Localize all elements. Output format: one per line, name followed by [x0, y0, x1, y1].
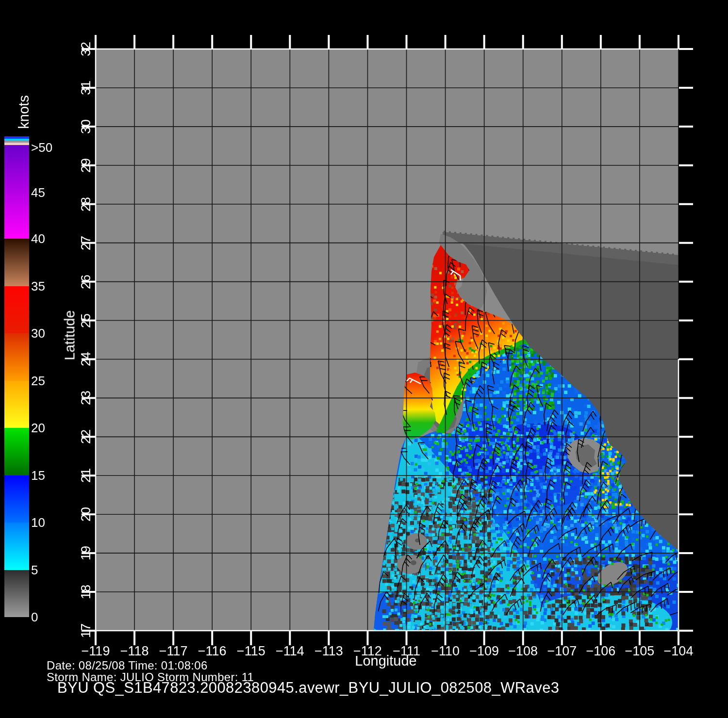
x-tick-label: −112 — [353, 644, 382, 659]
y-tick-label: 19 — [79, 546, 94, 560]
x-tick-label: −115 — [237, 644, 265, 659]
colorbar-segment — [4, 381, 29, 428]
y-tick-label: 20 — [79, 507, 94, 522]
colorbar-segment — [4, 239, 29, 286]
y-tick-label: 27 — [79, 236, 94, 250]
x-tick-label: −105 — [625, 644, 655, 659]
y-tick-label: 24 — [79, 352, 94, 366]
x-tick-label: −106 — [586, 644, 615, 659]
x-tick-label: −117 — [159, 644, 188, 659]
x-tick-label: −104 — [664, 644, 694, 659]
colorbar-segment — [4, 428, 29, 475]
y-tick-label: 22 — [79, 429, 94, 444]
colorbar-label: 30 — [31, 326, 45, 341]
colorbar-segment — [4, 145, 29, 239]
colorbar-label: 5 — [31, 563, 38, 578]
colorbar-label: 15 — [31, 468, 45, 483]
y-axis-title: Latitude — [62, 310, 78, 360]
x-tick-label: −118 — [120, 644, 149, 659]
x-tick-label: −111 — [393, 644, 420, 659]
y-tick-label: 30 — [79, 119, 94, 134]
x-tick-label: −108 — [508, 644, 538, 659]
y-tick-label: 31 — [79, 81, 94, 95]
colorbar-label: 40 — [31, 231, 45, 246]
x-tick-label: −110 — [431, 644, 460, 659]
colorbar-segment — [4, 286, 29, 333]
colorbar-label: >50 — [31, 140, 52, 155]
y-tick-label: 26 — [79, 275, 94, 289]
colorbar-label: 35 — [31, 279, 45, 294]
colorbar-label: 25 — [31, 374, 45, 389]
x-tick-label: −107 — [547, 644, 577, 659]
wind-swath-map-canvas — [0, 0, 728, 718]
y-tick-label: 17 — [79, 623, 94, 638]
colorbar-label: 10 — [31, 515, 45, 530]
y-tick-label: 21 — [79, 468, 94, 483]
plot-title: BYU QS_S1B47823.20082380945.avewr_BYU_JU… — [57, 679, 559, 697]
colorbar-segment — [4, 570, 29, 617]
y-tick-label: 29 — [79, 158, 94, 173]
y-tick-label: 25 — [79, 313, 94, 328]
y-tick-label: 18 — [79, 585, 94, 599]
y-tick-label: 23 — [79, 391, 94, 405]
x-tick-label: −119 — [82, 644, 110, 659]
colorbar-segment — [4, 522, 29, 570]
colorbar-label: 45 — [31, 185, 45, 200]
colorbar-title: knots — [16, 95, 32, 129]
x-tick-label: −114 — [276, 644, 304, 659]
x-tick-label: −116 — [198, 644, 227, 659]
colorbar-label: 0 — [31, 610, 38, 625]
colorbar-segment — [4, 333, 29, 381]
colorbar-label: 20 — [31, 421, 45, 436]
colorbar-segment — [4, 475, 29, 522]
x-tick-label: −113 — [314, 644, 343, 659]
y-tick-label: 32 — [79, 42, 94, 56]
x-tick-label: −109 — [469, 644, 499, 659]
y-tick-label: 28 — [79, 197, 94, 212]
